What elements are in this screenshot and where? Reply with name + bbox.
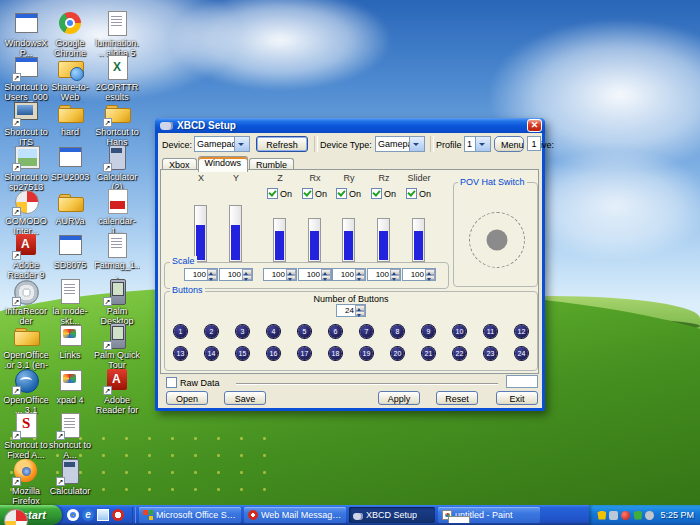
gamepad-button-16[interactable]: 16 [267,347,280,360]
desktop-icon-xpad-4[interactable]: xpad 4 [47,365,93,405]
axis-scale-spinner-rz[interactable]: 100 [367,268,401,281]
axis-slider-z[interactable] [273,218,286,262]
security-check-icon[interactable] [633,511,642,520]
gamepad-button-9[interactable]: 9 [422,325,435,338]
chevron-down-icon[interactable] [475,137,490,151]
spin-down-icon[interactable] [355,311,365,317]
axis-slider-rz[interactable] [377,218,390,262]
axis-scale-spinner-x[interactable]: 100 [184,268,218,281]
checkbox-icon[interactable] [371,188,382,199]
axis-slider-slider[interactable] [412,218,425,262]
axis-scale-spinner-z[interactable]: 100 [263,268,297,281]
task-button-web-mail-messages[interactable]: Web Mail Messages - ... [244,507,346,523]
gamepad-button-23[interactable]: 23 [484,347,497,360]
gamepad-button-19[interactable]: 19 [360,347,373,360]
axis-scale-spinner-rx[interactable]: 100 [298,268,332,281]
spinner-buttons[interactable] [286,269,296,280]
desktop-icon-calculator-2[interactable]: ↗Calculator (2) [94,142,140,192]
desktop-icon-shortcut-to-fixed-a[interactable]: ↗Shortcut to Fixed A... [3,410,49,460]
desktop-icon-2corttresults[interactable]: 2CORTTResults [94,52,140,102]
axis-slider-y[interactable] [229,205,242,262]
gamepad-button-4[interactable]: 4 [267,325,280,338]
taskbar-clock[interactable]: 5:25 PM [660,510,694,520]
ie-icon[interactable]: e [82,509,94,521]
spin-down-icon[interactable] [242,275,252,281]
spinner-buttons[interactable] [425,269,435,280]
checkbox-icon[interactable] [267,188,278,199]
axis-slider-x[interactable] [194,205,207,262]
spinner-buttons[interactable] [242,269,252,280]
desktop-icon-spu2003[interactable]: SPU2003 [47,142,93,182]
device-combobox[interactable]: Gamepad [194,136,250,152]
checkbox-icon[interactable] [406,188,417,199]
chevron-down-icon[interactable] [234,137,249,151]
number-of-buttons-spinner[interactable]: 24 [336,304,366,317]
desktop-icon-infrarecorder[interactable]: ↗InfraRecorder [3,276,49,326]
save-button[interactable]: Save [224,391,266,405]
gamepad-button-10[interactable]: 10 [453,325,466,338]
device-type-combobox[interactable]: Gamepad [375,136,425,152]
desktop-icon-lumination-alpha-5[interactable]: lumination... alpha 5 [94,8,140,58]
help-icon[interactable] [609,511,618,520]
gamepad-button-8[interactable]: 8 [391,325,404,338]
spinner-buttons[interactable] [207,269,217,280]
desktop-icon-palm-desktop[interactable]: ↗Palm Desktop [94,276,140,326]
chrome-icon[interactable] [67,509,79,521]
desktop-icon-hard[interactable]: hard [47,97,93,137]
desktop-icon-shortcut-to-hans[interactable]: ↗Shortcut to Hans [94,97,140,147]
gamepad-button-7[interactable]: 7 [360,325,373,338]
axis-on-toggle-ry[interactable]: On [336,188,361,199]
exit-button[interactable]: Exit [496,391,538,405]
open-button[interactable]: Open [166,391,208,405]
axis-scale-spinner-slider[interactable]: 100 [402,268,436,281]
desktop-icon-calendar-1[interactable]: calendar-1... [94,186,140,236]
desktop-icon-palm-quick-tour[interactable]: ↗Palm Quick Tour [94,320,140,370]
spinner-buttons[interactable] [355,305,365,316]
reset-button[interactable]: Reset [436,391,478,405]
desktop-icon-sd8075[interactable]: SD8075 [47,230,93,270]
gamepad-button-11[interactable]: 11 [484,325,497,338]
desktop-icon-fatmag-1[interactable]: Fatmag_1... [94,230,140,280]
refresh-button[interactable]: Refresh [256,136,308,152]
axis-slider-ry[interactable] [342,218,355,262]
gamepad-button-6[interactable]: 6 [329,325,342,338]
spinner-buttons[interactable] [355,269,365,280]
spinner-buttons[interactable] [390,269,400,280]
desktop-icon-openoffice-or-3-1-en-u[interactable]: OpenOffice.or 3.1 (en-U... [3,320,49,371]
gamepad-button-17[interactable]: 17 [298,347,311,360]
desktop-icon-adobe-reader-for-palm-os[interactable]: ↗Adobe Reader for Palm OS [94,365,140,416]
gamepad-button-14[interactable]: 14 [205,347,218,360]
desktop-icon-adobe-reader-9[interactable]: ↗Adobe Reader 9 [3,230,49,280]
gamepad-button-13[interactable]: 13 [174,347,187,360]
menu-button[interactable]: Menu [494,136,524,152]
profile-combobox[interactable]: 1 [464,136,491,152]
network-icon[interactable] [645,511,654,520]
axis-on-toggle-rx[interactable]: On [302,188,327,199]
spin-down-icon[interactable] [425,275,435,281]
spin-down-icon[interactable] [286,275,296,281]
axis-scale-spinner-ry[interactable]: 100 [332,268,366,281]
checkbox-icon[interactable] [336,188,347,199]
desktop-icon-calculator[interactable]: ↗Calculator [47,456,93,496]
desktop-icon-openoffice-3-1[interactable]: ↗OpenOffice... 3.1 [3,365,49,415]
gamepad-button-24[interactable]: 24 [515,347,528,360]
axis-scale-spinner-y[interactable]: 100 [219,268,253,281]
desktop-icon-google-chrome[interactable]: Google Chrome [47,8,93,58]
desktop-icon-share-to-web-upload-folder[interactable]: Share-to-Web Upload Folder [47,52,93,103]
desktop-icon-mozilla-firefox[interactable]: ↗Mozilla Firefox [3,456,49,506]
spin-down-icon[interactable] [321,275,331,281]
spinner-buttons[interactable] [321,269,331,280]
warning-shield-icon[interactable] [597,511,606,520]
opera-icon[interactable] [112,509,124,521]
apply-button[interactable]: Apply [378,391,420,405]
desktop-icon-comodo-inter[interactable]: ↗COMODO Inter... [3,186,49,236]
desktop-icon-aurva[interactable]: AURVa [47,186,93,226]
desktop-icon-shortcut-to-a[interactable]: ↗shortcut to A... [47,410,93,460]
gamepad-button-20[interactable]: 20 [391,347,404,360]
axis-on-toggle-rz[interactable]: On [371,188,396,199]
spin-down-icon[interactable] [355,275,365,281]
gamepad-button-3[interactable]: 3 [236,325,249,338]
desktop-icon-windowsxp[interactable]: WindowsXP... [3,8,49,58]
gamepad-button-1[interactable]: 1 [174,325,187,338]
gamepad-button-12[interactable]: 12 [515,325,528,338]
